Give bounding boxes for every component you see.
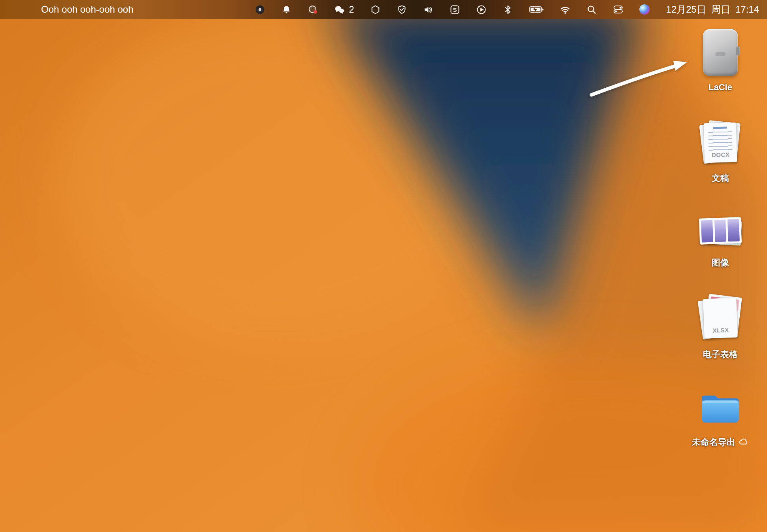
bluetooth-icon[interactable]: [503, 0, 513, 19]
control-center-icon[interactable]: [613, 0, 623, 19]
now-playing-title[interactable]: Ooh ooh ooh-ooh ooh: [41, 0, 134, 19]
desktop-item-documents-stack[interactable]: DOCX 文稿: [682, 121, 759, 184]
hexagon-icon[interactable]: [370, 0, 381, 19]
svg-text:S: S: [453, 6, 457, 13]
desktop-item-label: LaCie: [708, 82, 732, 92]
app-sphere-icon[interactable]: [255, 0, 265, 19]
desktop-item-label: 电子表格: [703, 349, 738, 360]
menu-bar-clock[interactable]: 12月25日 周日 17:14: [666, 3, 759, 16]
clock-time: 17:14: [735, 4, 759, 15]
desktop-item-untitled-export-folder[interactable]: 未命名导出: [682, 389, 759, 448]
play-circle-icon[interactable]: [476, 0, 487, 19]
desktop-item-label: 文稿: [712, 172, 729, 184]
desktop-item-label: 未命名导出: [692, 436, 735, 448]
xlsx-badge: XLSX: [704, 326, 738, 334]
image-stack-icon: [698, 217, 742, 247]
desktop-item-spreadsheets-stack[interactable]: XLSX 电子表格: [682, 296, 759, 360]
wechat-icon: [334, 0, 345, 19]
input-method-icon[interactable]: S: [450, 0, 460, 19]
icloud-status-icon: [739, 438, 749, 447]
clock-date: 12月25日: [666, 3, 706, 16]
wechat-unread-badge: 2: [349, 4, 354, 15]
desktop-surface[interactable]: Ooh ooh ooh-ooh ooh: [0, 0, 767, 532]
wechat-menu-item[interactable]: 2: [334, 0, 354, 19]
wifi-icon[interactable]: [560, 0, 571, 19]
folder-icon: [700, 389, 741, 428]
siri-icon[interactable]: [639, 0, 650, 19]
document-stack-icon: DOCX: [700, 121, 741, 164]
battery-charging-icon[interactable]: [529, 0, 544, 19]
spotlight-icon[interactable]: [586, 0, 597, 19]
external-drive-icon: [703, 29, 738, 76]
spreadsheet-stack-icon: XLSX: [699, 296, 741, 340]
bell-icon[interactable]: [281, 0, 292, 19]
docx-badge: DOCX: [705, 151, 737, 158]
annotation-arrow: [581, 55, 700, 108]
menu-bar: Ooh ooh ooh-ooh ooh: [0, 0, 767, 19]
clock-weekday: 周日: [711, 3, 730, 16]
record-indicator-icon[interactable]: [308, 0, 318, 19]
menu-bar-status-area: 2 S: [255, 0, 759, 19]
shield-check-icon[interactable]: [397, 0, 407, 19]
desktop-item-images-stack[interactable]: 图像: [682, 217, 759, 269]
volume-icon[interactable]: [423, 0, 434, 19]
desktop-item-label: 图像: [712, 257, 729, 269]
